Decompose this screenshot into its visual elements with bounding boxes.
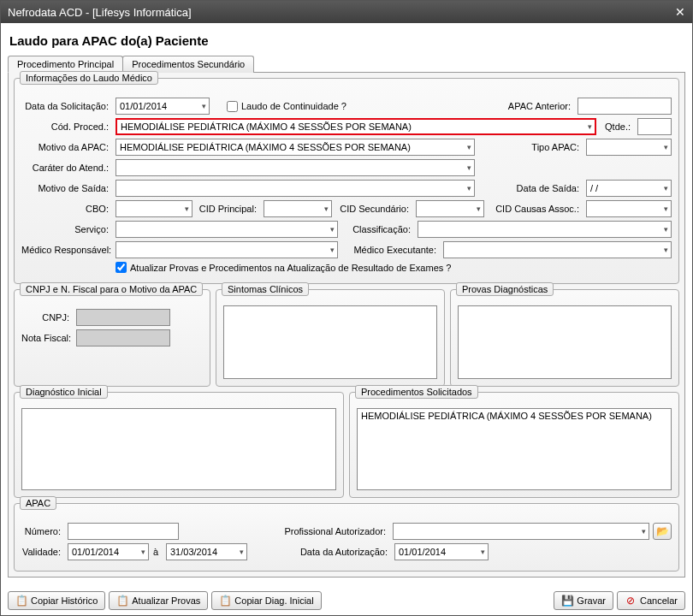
copy-icon: 📋 (15, 595, 27, 607)
input-validade-fim[interactable]: 31/03/2014▾ (166, 543, 247, 560)
group-diag-legend: Diagnóstico Inicial (20, 385, 108, 399)
checkbox-laudo-continuidade[interactable] (227, 101, 238, 112)
chevron-down-icon: ▾ (324, 204, 329, 213)
list-proc-solicitados[interactable]: HEMODIÁLISE PEDIÁTRICA (MÁXIMO 4 SESSÕES… (357, 408, 672, 490)
cancel-icon: ⊘ (625, 595, 637, 607)
label-laudo-continuidade: Laudo de Continuidade ? (241, 101, 350, 111)
chevron-down-icon: ▾ (664, 204, 668, 213)
tab-procedimentos-secundario[interactable]: Procedimentos Secundário (122, 56, 254, 73)
select-prof-autorizador[interactable]: ▾ (393, 523, 649, 540)
titlebar: Nefrodata ACD - [Lifesys Informática] ✕ (1, 1, 692, 23)
label-medico-responsavel: Médico Responsável: (21, 245, 112, 255)
label-apac-anterior: APAC Anterior: (508, 101, 574, 111)
atualizar-provas-button[interactable]: 📋Atualizar Provas (109, 591, 208, 610)
label-qtde: Qtde.: (600, 121, 634, 132)
select-cbo[interactable]: ▾ (116, 200, 192, 217)
group-sintomas-legend: Sintomas Clínicos (222, 282, 309, 296)
label-tipo-apac: Tipo APAC: (531, 142, 583, 152)
textarea-diag-inicial[interactable] (21, 408, 336, 490)
input-qtde[interactable] (637, 118, 672, 135)
select-medico-executante[interactable]: ▾ (443, 241, 672, 258)
input-cnpj (76, 309, 170, 326)
cancelar-button[interactable]: ⊘Cancelar (617, 591, 685, 610)
window-title: Nefrodata ACD - [Lifesys Informática] (8, 6, 192, 19)
group-proc-legend: Procedimentos Solicitados (355, 385, 478, 399)
select-cid-principal[interactable]: ▾ (264, 200, 332, 217)
group-diag-inicial: Diagnóstico Inicial (14, 392, 344, 498)
chevron-down-icon: ▾ (588, 122, 592, 131)
input-data-saida[interactable]: / /▾ (586, 180, 672, 197)
input-apac-anterior[interactable] (578, 98, 672, 115)
select-tipo-apac[interactable]: ▾ (586, 139, 672, 156)
checkbox-atualizar-provas[interactable] (116, 262, 127, 273)
textarea-provas[interactable] (458, 305, 672, 379)
input-numero[interactable] (68, 523, 179, 540)
chevron-down-icon: ▾ (141, 548, 145, 556)
gravar-button[interactable]: 💾Gravar (554, 591, 613, 610)
folder-icon: 📂 (656, 525, 668, 537)
input-nota-fiscal (76, 329, 170, 346)
label-cid-causas: CID Causas Assoc.: (488, 204, 583, 214)
tab-procedimento-principal[interactable]: Procedimento Principal (8, 56, 123, 73)
copy-icon: 📋 (219, 595, 231, 607)
copiar-historico-button[interactable]: 📋Copiar Histórico (8, 591, 105, 610)
chevron-down-icon: ▾ (664, 184, 668, 192)
select-motivo-apac[interactable]: HEMODIÁLISE PEDIÁTRICA (MÁXIMO 4 SESSÕES… (116, 139, 475, 156)
input-validade-ini[interactable]: 01/01/2014▾ (68, 543, 149, 560)
chevron-down-icon: ▾ (467, 184, 471, 192)
chevron-down-icon: ▾ (467, 143, 471, 151)
group-provas: Provas Diagnósticas (450, 289, 679, 387)
label-servico: Serviço: (21, 224, 112, 234)
label-classificacao: Classificação: (341, 224, 414, 234)
label-data-saida: Data de Saída: (517, 183, 583, 193)
chevron-down-icon: ▾ (330, 246, 335, 254)
group-apac: APAC Número: Profissional Autorizador: ▾… (14, 503, 679, 572)
chevron-down-icon: ▾ (664, 225, 668, 234)
label-cnpj: CNPJ: (21, 312, 73, 323)
label-data-autorizacao: Data da Autorização: (300, 547, 391, 557)
chevron-down-icon: ▾ (664, 246, 668, 254)
select-classificacao[interactable]: ▾ (418, 221, 672, 238)
label-cbo: CBO: (21, 204, 112, 214)
select-cid-causas[interactable]: ▾ (586, 200, 672, 217)
label-prof-autorizador: Profissional Autorizador: (284, 526, 389, 536)
chevron-down-icon: ▾ (642, 527, 646, 536)
select-cod-proced[interactable]: HEMODIÁLISE PEDIÁTRICA (MÁXIMO 4 SESSÕES… (116, 118, 596, 135)
save-icon: 💾 (561, 595, 573, 607)
chevron-down-icon: ▾ (240, 548, 244, 556)
group-cnpj-legend: CNPJ e N. Fiscal para o Motivo da APAC (20, 282, 203, 296)
label-validade: Validade: (21, 547, 64, 557)
browse-button[interactable]: 📂 (653, 523, 672, 540)
input-data-autorizacao[interactable]: 01/01/2014▾ (394, 543, 489, 560)
group-info-legend: Informações do Laudo Médico (20, 71, 158, 85)
select-servico[interactable]: ▾ (116, 221, 338, 238)
select-medico-responsavel[interactable]: ▾ (116, 241, 338, 258)
content-area: Laudo para APAC do(a) Paciente Procedime… (1, 23, 692, 615)
chevron-down-icon: ▾ (202, 102, 206, 110)
app-window: Nefrodata ACD - [Lifesys Informática] ✕ … (0, 0, 693, 616)
group-info-laudo: Informações do Laudo Médico Data da Soli… (14, 78, 679, 284)
copiar-diag-button[interactable]: 📋Copiar Diag. Inicial (211, 591, 321, 610)
group-proc-solicitados: Procedimentos Solicitados HEMODIÁLISE PE… (349, 392, 679, 498)
select-cid-secundario[interactable]: ▾ (416, 200, 484, 217)
label-cid-principal: CID Principal: (196, 204, 260, 214)
group-provas-legend: Provas Diagnósticas (456, 282, 554, 296)
chevron-down-icon: ▾ (481, 548, 485, 556)
button-bar: 📋Copiar Histórico 📋Atualizar Provas 📋Cop… (8, 586, 685, 610)
refresh-icon: 📋 (116, 595, 128, 607)
input-data-solicitacao[interactable]: 01/01/2014▾ (116, 98, 210, 115)
close-icon[interactable]: ✕ (675, 5, 685, 19)
chevron-down-icon: ▾ (467, 163, 471, 172)
label-medico-executante: Médico Executante: (341, 245, 440, 255)
select-motivo-saida[interactable]: ▾ (116, 180, 475, 197)
label-motivo-apac: Motivo da APAC: (21, 142, 112, 152)
select-carater-atend[interactable]: ▾ (116, 159, 475, 176)
label-cod-proced: Cód. Proced.: (21, 121, 112, 132)
chevron-down-icon: ▾ (477, 204, 481, 213)
tab-content: Informações do Laudo Médico Data da Soli… (8, 73, 685, 578)
label-atualizar-provas: Atualizar Provas e Procedimentos na Atua… (130, 263, 454, 273)
group-apac-legend: APAC (20, 496, 56, 510)
textarea-sintomas[interactable] (223, 305, 437, 379)
label-a: à (152, 547, 163, 557)
chevron-down-icon: ▾ (664, 143, 668, 151)
